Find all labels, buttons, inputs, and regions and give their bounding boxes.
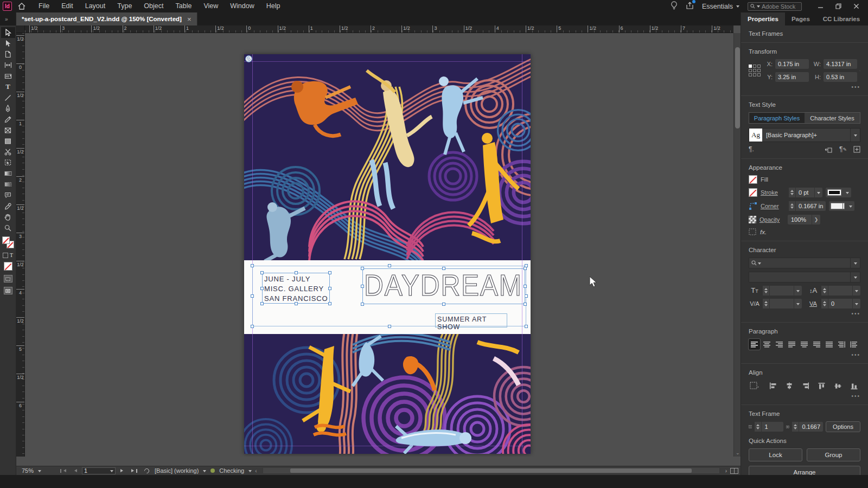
tracking-stepper[interactable]: 0	[821, 299, 860, 309]
align-top-edges-button[interactable]	[816, 380, 828, 391]
gutter-stepper[interactable]: 0.1667	[792, 422, 823, 432]
paragraph-style-dropdown[interactable]: Ag [Basic Paragraph]+	[749, 128, 860, 142]
corner-label[interactable]: Corner	[761, 203, 786, 209]
menu-item[interactable]: Object	[138, 0, 169, 12]
menu-item[interactable]: Type	[111, 0, 138, 12]
panel-tab[interactable]: Pages	[785, 12, 816, 25]
next-page-button[interactable]	[119, 469, 126, 472]
menu-item[interactable]: Window	[224, 0, 260, 12]
object-effects-icon[interactable]	[749, 228, 757, 235]
artwork-image-top[interactable]	[244, 54, 531, 260]
home-icon[interactable]	[17, 2, 26, 11]
lock-button[interactable]: Lock	[749, 448, 802, 461]
align-bottom-edges-button[interactable]	[849, 380, 860, 391]
justify-last-right-button[interactable]	[811, 339, 822, 350]
effects-icon[interactable]: fx.	[760, 229, 767, 235]
vertical-scrollbar-thumb[interactable]	[735, 47, 740, 129]
align-right-button[interactable]	[774, 339, 785, 350]
stroke-weight-value[interactable]: 0 pt	[796, 189, 814, 196]
constrain-proportions-icon[interactable]	[859, 67, 860, 75]
vertical-ruler[interactable]: 1/201/211/221/231/241/251/26	[16, 33, 25, 457]
scissors-tool[interactable]	[1, 146, 15, 157]
linked-content-badge-icon[interactable]	[245, 55, 252, 62]
kerning-stepper[interactable]	[763, 299, 802, 309]
align-away-from-spine-button[interactable]	[848, 339, 860, 350]
align-left-button[interactable]	[749, 339, 760, 350]
page-tool[interactable]	[1, 49, 15, 60]
align-center-button[interactable]	[761, 339, 773, 350]
align-towards-spine-button[interactable]	[836, 339, 847, 350]
fill-swatch-none[interactable]	[2, 236, 10, 244]
justify-last-left-button[interactable]	[786, 339, 797, 350]
eyedropper-tool[interactable]	[1, 201, 15, 211]
type-tool[interactable]: T	[1, 81, 15, 92]
previous-page-button[interactable]	[71, 469, 79, 472]
close-button[interactable]	[853, 3, 859, 9]
note-tool[interactable]	[1, 190, 15, 201]
w-field[interactable]: 4.1317 in	[824, 59, 857, 69]
opacity-label[interactable]: Opacity	[760, 216, 784, 223]
tab-close-icon[interactable]: ×	[187, 15, 192, 23]
learn-bulb-icon[interactable]	[671, 1, 678, 11]
hand-tool[interactable]	[1, 211, 15, 222]
columns-stepper[interactable]: 1	[755, 422, 783, 432]
text-frame-options-button[interactable]: Options	[826, 421, 860, 432]
formatting-affects-container-icon[interactable]	[3, 253, 8, 258]
apply-none-button[interactable]	[4, 262, 12, 271]
character-more-options-icon[interactable]: •••	[749, 311, 860, 317]
align-to-dropdown[interactable]	[749, 380, 760, 391]
direct-selection-tool[interactable]	[1, 38, 15, 49]
panel-tab[interactable]: CC Libraries	[816, 12, 866, 25]
group-button[interactable]: Group	[807, 448, 860, 461]
content-collector-tool[interactable]	[1, 70, 15, 81]
opacity-control[interactable]: 100% ❯	[788, 215, 820, 224]
indesign-logo-icon[interactable]: Id	[3, 2, 12, 11]
panel-tab[interactable]: Properties	[741, 12, 785, 25]
search-input[interactable]	[762, 3, 799, 10]
paragraph-more-options-icon[interactable]: •••	[749, 352, 860, 358]
tracking-value[interactable]: 0	[828, 300, 852, 307]
corner-style-dropdown[interactable]	[829, 201, 854, 211]
stroke-style-dropdown[interactable]	[826, 188, 851, 197]
redefine-style-icon[interactable]	[825, 146, 833, 153]
share-icon[interactable]	[686, 2, 694, 11]
align-more-options-icon[interactable]: •••	[749, 393, 860, 399]
postcard-page[interactable]: JUNE - JULY MISC. GALLERY SAN FRANCISCO	[244, 54, 531, 454]
scroll-right-icon[interactable]: ›	[725, 468, 727, 474]
stroke-weight-stepper[interactable]: 0 pt	[789, 188, 822, 197]
clear-overrides-icon[interactable]: ¶✎	[839, 145, 847, 153]
selection-tool[interactable]	[1, 27, 15, 38]
frame-tool[interactable]	[1, 125, 15, 136]
workflow-status-dropdown[interactable]: [Basic] (working)	[155, 467, 206, 474]
minimize-button[interactable]	[818, 3, 824, 9]
align-right-edges-button[interactable]	[800, 380, 811, 391]
restore-button[interactable]	[835, 3, 841, 9]
menu-item[interactable]: Layout	[79, 0, 112, 12]
paragraph-styles-tab[interactable]: Paragraph Styles	[749, 113, 805, 123]
align-left-edges-button[interactable]	[767, 380, 778, 391]
transform-more-options-icon[interactable]: •••	[749, 84, 860, 90]
pen-tool[interactable]	[1, 103, 15, 114]
font-style-dropdown[interactable]	[749, 272, 860, 282]
page-number-field[interactable]: 1	[82, 467, 116, 474]
x-field[interactable]: 0.175 in	[775, 59, 809, 69]
artwork-image-bottom[interactable]	[244, 334, 531, 454]
line-tool[interactable]	[1, 92, 15, 103]
vertical-scrollbar[interactable]: ⌄	[733, 33, 741, 457]
workspace-switcher[interactable]: Essentials	[702, 3, 739, 10]
subtitle-text-frame[interactable]: SUMMER ART SHOW	[435, 313, 507, 328]
corner-radius-stepper[interactable]: 0.1667 in	[789, 201, 826, 211]
gutter-value[interactable]: 0.1667	[799, 423, 823, 430]
screen-mode-preview-icon[interactable]	[4, 287, 12, 294]
stroke-color-swatch[interactable]	[749, 188, 757, 197]
opacity-value[interactable]: 100%	[788, 216, 812, 223]
gradient-feather-tool[interactable]	[1, 179, 15, 190]
canvas-pasteboard[interactable]: JUNE - JULY MISC. GALLERY SAN FRANCISCO	[25, 33, 733, 457]
zoom-tool[interactable]	[1, 222, 15, 233]
menu-item[interactable]: Edit	[55, 0, 79, 12]
fill-stroke-swatches[interactable]	[2, 236, 14, 248]
arrange-button[interactable]: Arrange	[749, 466, 860, 475]
stock-search[interactable]	[748, 2, 802, 11]
font-family-dropdown[interactable]	[749, 258, 860, 268]
align-vertical-centers-button[interactable]	[833, 380, 844, 391]
